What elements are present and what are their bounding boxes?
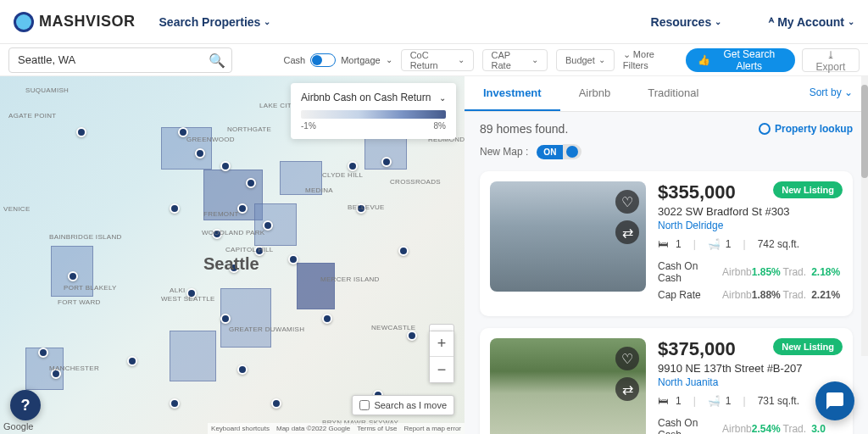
tab-traditional[interactable]: Traditional (629, 76, 717, 111)
metric-label: Cap Rate (658, 289, 722, 301)
metric-label: Cash On Cash (658, 260, 722, 284)
cash-mortgage-toggle[interactable]: Cash Mortgage⌄ (283, 53, 392, 67)
compare-button[interactable]: ⇄ (615, 220, 639, 244)
map-city-label: Seattle (203, 254, 259, 274)
google-attribution: Google (3, 421, 33, 431)
zoom-out-button[interactable]: − (430, 357, 453, 382)
logo-icon (14, 12, 34, 32)
listing-address: 9910 NE 137th Street #B-207 (658, 362, 843, 375)
export-button[interactable]: ⤓ Export (802, 48, 860, 72)
listing-address: 3022 SW Bradford St #303 (658, 205, 843, 218)
user-icon: ᴬ (769, 15, 774, 29)
scrollbar[interactable] (861, 76, 868, 356)
search-as-move-checkbox[interactable] (359, 400, 370, 410)
sort-dropdown[interactable]: Sort by ⌄ (794, 76, 868, 111)
filter-coc-return[interactable]: CoC Return⌄ (401, 49, 474, 71)
bath-icon: 🛁 (708, 238, 721, 250)
legend-gradient (301, 110, 446, 119)
chevron-down-icon[interactable]: ⌄ (439, 93, 446, 103)
brand-logo[interactable]: MASHVISOR (14, 12, 136, 32)
favorite-button[interactable]: ♡ (615, 190, 639, 214)
property-lookup-link[interactable]: Property lookup (759, 123, 853, 135)
location-input[interactable] (8, 47, 232, 73)
filter-budget[interactable]: Budget⌄ (556, 49, 615, 71)
bed-icon: 🛏 (658, 395, 671, 407)
nav-resources[interactable]: Resources⌄ (651, 15, 722, 29)
more-filters-link[interactable]: ⌄ More Filters (623, 49, 677, 70)
top-header: MASHVISOR Search Properties⌄ Resources⌄ … (0, 0, 868, 44)
listing-stats: 🛏1 | 🛁1 | 742 sq.ft. (658, 238, 843, 250)
brand-text: MASHVISOR (39, 13, 136, 31)
beds-stat: 🛏1 (658, 395, 682, 407)
tab-investment[interactable]: Investment (465, 76, 560, 111)
beds-stat: 🛏1 (658, 238, 682, 250)
map-view[interactable]: Suquamish Agate Point Bainbridge Island … (0, 76, 465, 434)
new-listing-badge: New Listing (773, 338, 843, 355)
location-search: 🔍 (8, 47, 232, 73)
chevron-down-icon: ⌄ (264, 17, 270, 26)
bath-icon: 🛁 (708, 395, 721, 407)
listing-image[interactable]: ♡ ⇄ (490, 338, 646, 434)
listing-price: $375,000 (658, 338, 736, 360)
listing-neighborhood[interactable]: North Delridge (658, 220, 843, 231)
zoom-in-button[interactable]: + (430, 331, 453, 357)
listing-card[interactable]: ♡ ⇄ $375,000 New Listing 9910 NE 137th S… (480, 328, 853, 434)
tab-airbnb[interactable]: Airbnb (560, 76, 630, 111)
listing-price: $355,000 (658, 181, 736, 203)
metric-label: Cash On Cash (658, 417, 722, 434)
sqft-stat: 731 sq.ft. (758, 395, 799, 407)
results-count: 89 homes found. (480, 122, 568, 136)
new-map-toggle[interactable]: ON (537, 144, 581, 159)
listing-card[interactable]: ♡ ⇄ $355,000 New Listing 3022 SW Bradfor… (480, 171, 853, 316)
metric-row: Cash On Cash Airbnb 1.85% Trad. 2.18% (658, 260, 843, 284)
new-map-label: New Map : (480, 146, 528, 158)
search-icon[interactable]: 🔍 (209, 53, 225, 69)
filter-bar: 🔍 Cash Mortgage⌄ CoC Return⌄ CAP Rate⌄ B… (0, 44, 868, 76)
results-panel: Investment Airbnb Traditional Sort by ⌄ … (465, 76, 868, 434)
search-as-move-control[interactable]: Search as I move (352, 395, 454, 415)
map-legend: Airbnb Cash on Cash Return ⌄ -1%8% (291, 83, 456, 139)
metric-row: Cap Rate Airbnb 1.88% Trad. 2.21% (658, 289, 843, 301)
metric-row: Cash On Cash Airbnb 2.54% Trad. 3.0 (658, 417, 843, 434)
chevron-down-icon: ⌄ (848, 17, 854, 26)
nav-my-account[interactable]: ᴬ My Account⌄ (769, 15, 854, 29)
get-alerts-button[interactable]: 👍 Get Search Alerts (686, 48, 795, 72)
results-tabs: Investment Airbnb Traditional Sort by ⌄ (465, 76, 868, 112)
new-listing-badge: New Listing (773, 181, 843, 198)
chat-button[interactable] (815, 381, 854, 420)
listing-neighborhood[interactable]: North Juanita (658, 376, 843, 388)
chevron-down-icon: ⌄ (715, 17, 721, 26)
zoom-controls: + − (429, 331, 454, 383)
sqft-stat: 742 sq.ft. (758, 238, 799, 250)
listing-image[interactable]: ♡ ⇄ (490, 181, 646, 292)
help-button[interactable]: ? (10, 390, 41, 420)
toggle-switch[interactable] (310, 53, 336, 67)
compare-button[interactable]: ⇄ (615, 377, 639, 401)
favorite-button[interactable]: ♡ (615, 347, 639, 370)
baths-stat: 🛁1 (708, 238, 732, 250)
map-footer: Keyboard shortcuts Map data ©2022 Google… (208, 423, 465, 434)
filter-cap-rate[interactable]: CAP Rate⌄ (482, 49, 548, 71)
nav-search-properties[interactable]: Search Properties⌄ (159, 15, 271, 29)
baths-stat: 🛁1 (708, 395, 732, 407)
bed-icon: 🛏 (658, 238, 671, 250)
